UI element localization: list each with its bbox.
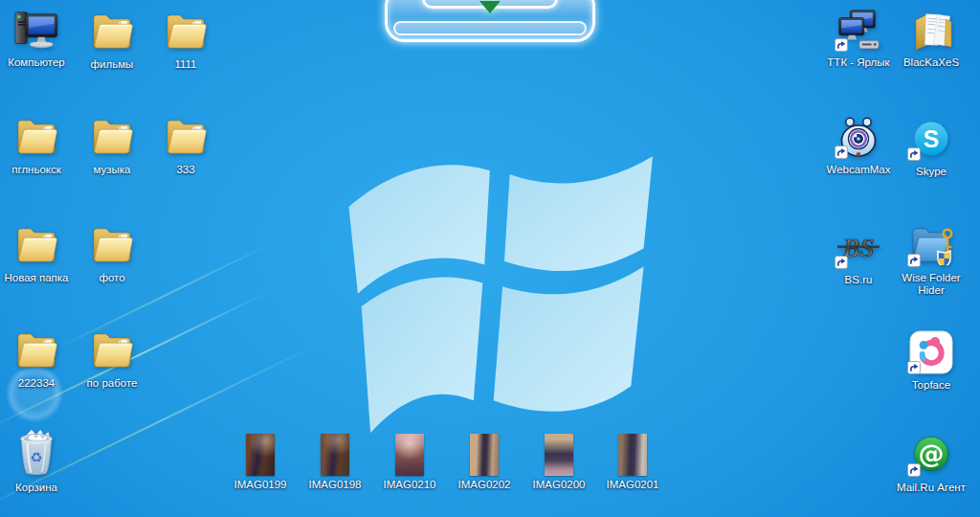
blue-folder-key-shield-icon bbox=[907, 223, 955, 269]
folder-icon bbox=[162, 115, 210, 161]
windows-desktop: { "wallpaper": { "base_color": "#1e95de"… bbox=[0, 0, 980, 517]
desktop-icon-folder-films[interactable]: фильмы bbox=[76, 10, 148, 71]
icon-label: Mail.Ru Агент bbox=[895, 482, 968, 494]
skype-icon bbox=[907, 117, 955, 163]
shortcut-arrow-icon bbox=[907, 361, 921, 374]
icon-label: IMAG0198 bbox=[299, 479, 371, 491]
icon-label: Новая папка bbox=[0, 272, 73, 284]
shortcut-arrow-icon bbox=[835, 38, 848, 52]
icon-label: IMAG0200 bbox=[523, 479, 595, 491]
icon-label: BlacKaXeS bbox=[895, 56, 968, 69]
mailru-at-icon bbox=[907, 433, 955, 479]
bs-logo-icon bbox=[835, 225, 882, 271]
desktop-icon-folder-new[interactable]: Новая папка bbox=[0, 223, 73, 284]
desktop-icon-blackaxes[interactable]: BlacKaXeS bbox=[895, 8, 968, 69]
icon-label: BS.ru bbox=[822, 274, 895, 286]
desktop-icon-topface[interactable]: Topface bbox=[895, 330, 968, 392]
webcam-icon bbox=[835, 115, 882, 161]
dock-expand-arrow-icon[interactable] bbox=[479, 1, 501, 13]
folder-icon bbox=[88, 115, 136, 161]
desktop-icon-ttk-shortcut[interactable]: ТТК - Ярлык bbox=[822, 8, 895, 69]
open-folder-documents-icon bbox=[907, 8, 955, 54]
icon-label: 222334 bbox=[0, 377, 73, 390]
icon-label: IMAG0202 bbox=[448, 479, 521, 491]
photo-thumbnail bbox=[545, 434, 573, 476]
icon-label: музыка bbox=[76, 164, 148, 176]
desktop-icon-skype[interactable]: Skype bbox=[895, 117, 968, 178]
shortcut-arrow-icon bbox=[835, 256, 848, 269]
desktop-icon-photo-imag0199[interactable]: IMAG0199 bbox=[224, 434, 297, 491]
desktop-icon-webcammax[interactable]: WebcamMax bbox=[822, 115, 895, 176]
icon-label: 333 bbox=[149, 164, 222, 176]
icon-label: IMAG0210 bbox=[373, 479, 446, 491]
photo-thumbnail bbox=[246, 434, 275, 476]
folder-icon bbox=[88, 223, 136, 269]
icon-label: Topface bbox=[895, 379, 968, 392]
icon-label: IMAG0201 bbox=[596, 479, 669, 491]
folder-icon bbox=[12, 223, 60, 269]
icon-label: Skype bbox=[895, 166, 968, 178]
desktop-icon-folder-222334[interactable]: 222334 bbox=[0, 328, 73, 390]
desktop-icon-folder-music[interactable]: музыка bbox=[76, 115, 148, 176]
shortcut-arrow-icon bbox=[907, 147, 921, 161]
desktop-icon-photo-imag0201[interactable]: IMAG0201 bbox=[596, 434, 669, 491]
desktop-icon-photo-imag0210[interactable]: IMAG0210 bbox=[373, 434, 446, 491]
photo-thumbnail bbox=[618, 434, 647, 476]
icon-label: Корзина bbox=[0, 482, 73, 494]
recycle-bin-icon bbox=[12, 427, 60, 479]
desktop-icon-photo-imag0202[interactable]: IMAG0202 bbox=[448, 434, 521, 491]
desktop-icon-bsru[interactable]: BS.ru bbox=[822, 225, 895, 286]
folder-icon bbox=[88, 10, 136, 56]
dock-widget-band bbox=[393, 21, 587, 35]
desktop-icon-photo-imag0200[interactable]: IMAG0200 bbox=[523, 434, 595, 491]
topface-icon bbox=[907, 330, 955, 376]
folder-icon bbox=[12, 115, 60, 161]
icon-label: фото bbox=[76, 272, 148, 284]
desktop-icon-recycle-bin[interactable]: Корзина bbox=[0, 427, 73, 494]
folder-icon bbox=[12, 328, 60, 374]
desktop-icon-folder-work[interactable]: по работе bbox=[76, 328, 148, 390]
windows-flag-logo bbox=[323, 126, 685, 454]
photo-thumbnail bbox=[395, 434, 424, 476]
icon-label: WebcamMax bbox=[822, 164, 895, 176]
network-icon bbox=[835, 8, 882, 54]
desktop-icon-wise-folder-hider[interactable]: Wise Folder Hider bbox=[895, 223, 968, 297]
desktop-icon-computer[interactable]: Компьютер bbox=[0, 8, 73, 69]
photo-thumbnail bbox=[470, 434, 499, 476]
icon-label: фильмы bbox=[76, 58, 148, 71]
icon-label: ТТК - Ярлык bbox=[822, 56, 895, 69]
desktop-icon-folder-1111[interactable]: 1111 bbox=[149, 10, 222, 71]
shortcut-arrow-icon bbox=[907, 463, 921, 477]
folder-icon bbox=[88, 328, 136, 374]
icon-label: Компьютер bbox=[0, 56, 73, 69]
icon-label: IMAG0199 bbox=[224, 479, 297, 491]
icon-label: пглньокск bbox=[0, 164, 73, 176]
icon-label: 1111 bbox=[149, 58, 222, 71]
computer-icon bbox=[12, 8, 60, 54]
shortcut-arrow-icon bbox=[835, 146, 848, 159]
icon-label: по работе bbox=[76, 377, 148, 390]
photo-thumbnail bbox=[321, 434, 349, 476]
shortcut-arrow-icon bbox=[907, 254, 921, 267]
dock-widget[interactable] bbox=[385, 0, 595, 42]
desktop-icon-photo-imag0198[interactable]: IMAG0198 bbox=[299, 434, 371, 491]
icon-label: Wise Folder Hider bbox=[895, 272, 968, 297]
desktop-icon-folder-pglnoksk[interactable]: пглньокск bbox=[0, 115, 73, 176]
folder-icon bbox=[162, 10, 210, 56]
desktop-icon-folder-333[interactable]: 333 bbox=[149, 115, 222, 176]
desktop-icon-mailru-agent[interactable]: Mail.Ru Агент bbox=[895, 433, 968, 494]
desktop-icon-folder-photo[interactable]: фото bbox=[76, 223, 148, 284]
